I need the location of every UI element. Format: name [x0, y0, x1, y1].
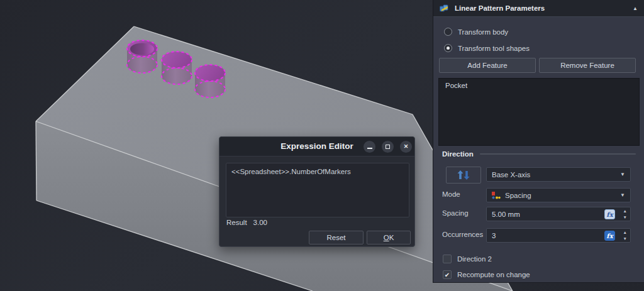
- close-icon: ✕: [404, 144, 409, 150]
- occurrences-expression-fx-button[interactable]: fx: [604, 231, 615, 241]
- spacing-spinner[interactable]: ▲ ▼: [623, 208, 627, 221]
- group-divider: [480, 153, 636, 155]
- features-list[interactable]: Pocket: [438, 78, 640, 146]
- occurrences-spinner[interactable]: ▲ ▼: [623, 229, 627, 242]
- occurrences-input[interactable]: 3 fx ▲ ▼: [486, 228, 631, 243]
- check-icon: ✔: [445, 272, 450, 278]
- close-button[interactable]: ✕: [400, 141, 412, 153]
- collapse-panel-icon[interactable]: ▲: [633, 6, 638, 11]
- direction-axis-select[interactable]: Base X-axis ▼: [486, 167, 631, 182]
- minimize-icon: [367, 148, 372, 149]
- axis-value: Base X-axis: [492, 171, 530, 178]
- direction2-checkbox[interactable]: [443, 255, 452, 263]
- spin-down-icon[interactable]: ▼: [623, 236, 627, 242]
- spin-up-icon[interactable]: ▲: [623, 229, 627, 236]
- minimize-button[interactable]: [364, 141, 375, 153]
- spacing-mode-icon: [492, 192, 501, 199]
- spacing-label: Spacing: [442, 209, 469, 217]
- radio-label: Transform tool shapes: [458, 45, 530, 52]
- maximize-button[interactable]: [382, 141, 394, 153]
- recompute-checkbox[interactable]: ✔: [443, 270, 452, 279]
- spacing-value: 5.00 mm: [492, 211, 520, 218]
- direction2-checkbox-row[interactable]: Direction 2: [443, 255, 492, 263]
- pattern-preview-cylinder-3[interactable]: [195, 65, 225, 97]
- chevron-down-icon: ▼: [620, 192, 625, 198]
- list-item-pocket[interactable]: Pocket: [439, 79, 639, 92]
- mode-label: Mode: [442, 190, 460, 198]
- application-window: Linear Pattern Parameters ▲ Transform bo…: [0, 0, 644, 291]
- direction-group-header: Direction: [442, 150, 636, 158]
- direction2-label: Direction 2: [457, 255, 492, 263]
- linear-pattern-task-panel: Linear Pattern Parameters ▲ Transform bo…: [433, 0, 644, 283]
- expression-input[interactable]: <<Spreadsheet>>.NumberOfMarkers: [226, 163, 409, 217]
- linear-pattern-icon: [440, 4, 450, 13]
- recompute-label: Recompute on change: [457, 271, 530, 278]
- result-value: 3.00: [253, 219, 267, 226]
- spin-up-icon[interactable]: ▲: [623, 208, 627, 214]
- result-row: Result 3.00: [226, 219, 267, 226]
- direction-group-label: Direction: [442, 150, 474, 158]
- maximize-icon: [386, 145, 390, 149]
- radio-label: Transform body: [458, 28, 508, 36]
- panel-title: Linear Pattern Parameters: [455, 4, 545, 12]
- spacing-expression-fx-button[interactable]: fx: [604, 209, 615, 219]
- mode-select[interactable]: Spacing ▼: [486, 188, 631, 202]
- result-label: Result: [226, 219, 247, 226]
- ok-rest: K: [389, 234, 394, 241]
- pattern-preview-cylinder-1[interactable]: [127, 40, 157, 73]
- occurrences-label: Occurrences: [442, 231, 483, 238]
- recompute-checkbox-row[interactable]: ✔ Recompute on change: [443, 270, 530, 279]
- mode-value: Spacing: [505, 192, 531, 199]
- expression-editor-dialog: Expression Editor ✕ <<Spreadsheet>>.Numb…: [219, 136, 415, 247]
- ok-button[interactable]: OK: [367, 231, 411, 244]
- spacing-input[interactable]: 5.00 mm fx ▲ ▼: [486, 207, 631, 221]
- reset-button[interactable]: Reset: [309, 231, 364, 244]
- radio-circle-selected[interactable]: [444, 44, 452, 52]
- radio-transform-tool-shapes[interactable]: Transform tool shapes: [444, 44, 530, 52]
- pattern-preview-cylinder-2[interactable]: [162, 52, 192, 84]
- swap-arrows-icon: [457, 170, 470, 180]
- spin-down-icon[interactable]: ▼: [623, 214, 627, 221]
- panel-header[interactable]: Linear Pattern Parameters ▲: [433, 0, 644, 17]
- add-feature-button[interactable]: Add Feature: [439, 58, 536, 73]
- chevron-down-icon: ▼: [620, 172, 625, 177]
- dialog-titlebar[interactable]: Expression Editor ✕: [219, 137, 414, 156]
- radio-circle[interactable]: [444, 28, 452, 36]
- ok-mnemonic: O: [384, 234, 389, 241]
- radio-transform-body[interactable]: Transform body: [444, 28, 508, 36]
- remove-feature-button[interactable]: Remove Feature: [539, 58, 636, 73]
- reverse-direction-button[interactable]: [446, 167, 481, 184]
- occurrences-value: 3: [492, 232, 496, 239]
